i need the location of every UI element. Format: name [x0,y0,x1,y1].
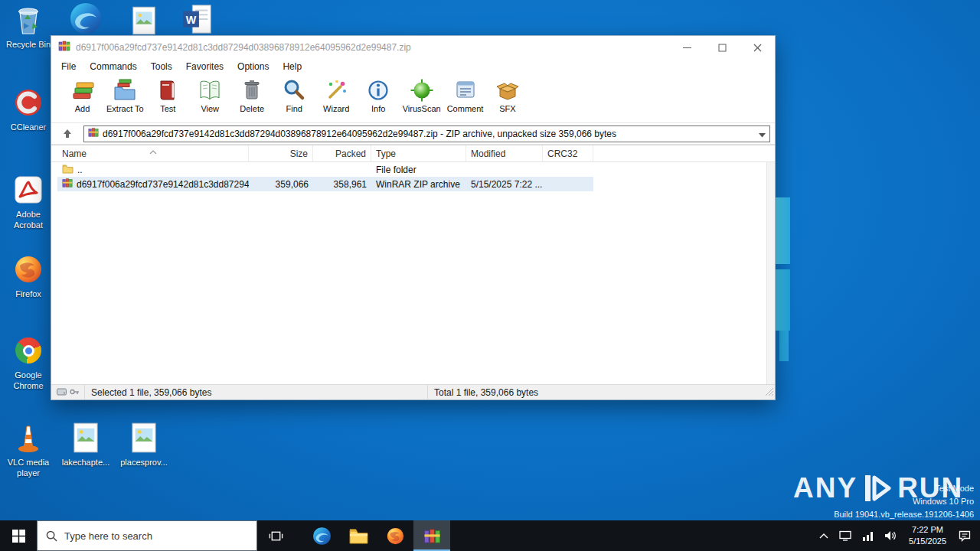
maximize-button[interactable] [704,36,740,59]
extract-to-button[interactable]: Extract To [104,76,146,122]
drive-icon [57,387,67,398]
taskbar-edge-button[interactable] [303,520,340,551]
column-header-type[interactable]: Type [371,145,466,161]
desktop-icon-recycle-bin[interactable]: Recycle Bin [1,3,56,50]
desktop-icon-vlc[interactable]: VLC media player [1,421,56,479]
file-size [249,162,313,177]
ccleaner-icon [11,86,45,119]
resize-grip[interactable] [764,386,774,399]
desktop-icon-label: Recycle Bin [6,39,51,50]
taskbar: 7:22 PM 5/15/2025 [0,520,980,551]
svg-text:W: W [186,14,197,26]
watermark-os: Windows 10 Pro [834,495,974,508]
column-headers: Name Size Packed Type Modified CRC32 [51,145,775,162]
tray-volume-button[interactable] [879,520,902,551]
view-file-icon [197,77,223,103]
desktop-icon-adobe-acrobat[interactable]: Adobe Acrobat [1,173,56,231]
find-button[interactable]: Find [274,76,315,122]
minimize-button[interactable] [669,36,704,59]
table-row-parent-folder[interactable]: .. File folder [57,162,593,177]
windows-logo-icon [12,530,25,543]
desktop-icon-google-chrome[interactable]: Google Chrome [1,334,56,392]
taskbar-firefox-button[interactable] [377,520,413,551]
search-input[interactable] [64,530,217,542]
column-header-name[interactable]: Name [57,145,249,161]
wallpaper-beam [776,269,790,331]
column-header-packed[interactable]: Packed [313,145,371,161]
menu-file[interactable]: File [54,60,83,73]
desktop-icon-ccleaner[interactable]: CCleaner [1,86,56,132]
desktop-icon-label: Firefox [15,289,41,299]
delete-button[interactable]: Delete [232,76,273,122]
vertical-scrollbar[interactable] [766,162,775,384]
wizard-button[interactable]: Wizard [316,76,357,122]
chevron-up-icon [819,533,828,539]
view-button[interactable]: View [190,76,230,122]
zip-archive-icon [62,178,73,191]
tray-network-button[interactable] [857,520,879,551]
sfx-icon [495,77,521,103]
desktop-icon-image-top[interactable] [116,4,172,37]
folder-up-icon [62,164,74,176]
file-type: WinRAR ZIP archive [371,177,466,191]
sfx-button[interactable]: SFX [487,76,528,122]
taskbar-search-box[interactable] [37,520,257,551]
menu-commands[interactable]: Commands [83,60,143,73]
taskbar-file-explorer-button[interactable] [340,520,377,551]
file-modified: 5/15/2025 7:22 ... [466,177,543,191]
show-hidden-icons-button[interactable] [814,520,834,551]
address-bar: d6917f006a29fcd737e9142d81c3dd87294d0389… [51,123,775,145]
action-center-button[interactable] [953,520,980,551]
tray-display-button[interactable] [834,520,857,551]
menu-favorites[interactable]: Favorites [179,60,230,73]
column-header-modified[interactable]: Modified [466,145,543,161]
comment-button[interactable]: Comment [445,76,486,122]
desktop-icon-label: lakechapte... [62,457,109,468]
speaker-icon [884,530,897,541]
chrome-icon [11,334,45,367]
comment-icon [452,77,479,103]
taskbar-winrar-button[interactable] [413,520,450,551]
status-selected: Selected 1 file, 359,066 bytes [85,385,428,399]
test-archive-icon [155,77,181,103]
column-header-crc32[interactable]: CRC32 [543,145,593,161]
recycle-bin-icon [11,3,45,37]
sort-ascending-icon [149,145,157,156]
archive-path-text: d6917f006a29fcd737e9142d81c3dd87294d0389… [103,129,755,139]
image-file-icon [127,4,161,37]
column-header-size[interactable]: Size [249,145,313,161]
chevron-down-icon[interactable] [759,127,766,141]
close-button[interactable] [740,36,775,59]
titlebar[interactable]: d6917f006a29fcd737e9142d81c3dd87294d0389… [51,36,775,59]
window-title: d6917f006a29fcd737e9142d81c3dd87294d0389… [76,42,669,53]
task-view-button[interactable] [257,520,294,551]
add-button[interactable]: Add [62,76,103,122]
info-button[interactable]: Info [358,76,399,122]
desktop-icon-lakechapter-image[interactable]: lakechapte... [58,421,113,468]
virus-scan-icon [409,77,435,103]
desktop-icon-label: VLC media player [1,457,56,479]
menu-options[interactable]: Options [230,60,276,73]
start-button[interactable] [0,520,37,551]
file-crc32 [543,162,593,177]
taskbar-clock[interactable]: 7:22 PM 5/15/2025 [902,520,953,551]
virus-scan-button[interactable]: VirusScan [400,76,443,122]
add-archive-icon [70,77,96,103]
watermark-test-mode: Test Mode [834,482,974,495]
image-file-icon [69,421,103,455]
menu-tools[interactable]: Tools [144,60,179,73]
test-button[interactable]: Test [148,76,188,122]
up-one-level-button[interactable] [54,126,80,142]
image-file-icon [127,421,161,455]
table-row-zip-archive[interactable]: d6917f006a29fcd737e9142d81c3dd87294d... … [57,177,593,191]
desktop-icon-word-document[interactable]: W [170,2,225,36]
file-list-panel: Name Size Packed Type Modified CRC32 .. [51,145,775,384]
winrar-icon [423,527,441,545]
desktop-icon-placesprov-image[interactable]: placesprov... [116,421,172,468]
archive-path-combobox[interactable]: d6917f006a29fcd737e9142d81c3dd87294d0389… [83,126,770,142]
desktop-icon-edge[interactable] [58,2,113,35]
find-icon [281,77,307,103]
desktop-icon-firefox[interactable]: Firefox [1,253,56,299]
winrar-app-icon [58,40,70,55]
menu-help[interactable]: Help [276,60,309,73]
